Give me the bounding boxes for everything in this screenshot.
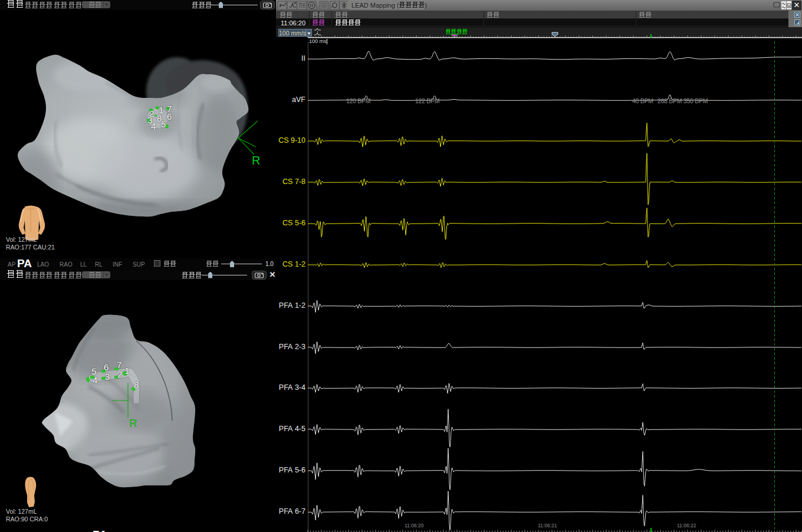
svg-text:RT: RT <box>322 5 326 9</box>
svg-text:R: R <box>129 417 137 429</box>
svg-text:R: R <box>252 154 260 167</box>
